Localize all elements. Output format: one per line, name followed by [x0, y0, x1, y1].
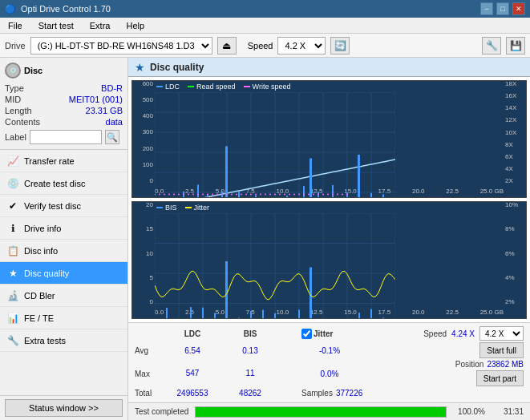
- disc-label-btn[interactable]: 🔍: [105, 130, 119, 144]
- svg-rect-27: [286, 196, 288, 198]
- transfer-rate-icon: 📈: [6, 155, 19, 168]
- samples-label: Samples: [301, 389, 333, 398]
- bis-chart-svg: [155, 213, 395, 319]
- fe-te-label: FE / TE: [24, 313, 54, 323]
- eject-button[interactable]: ⏏: [217, 37, 237, 55]
- disc-type-row: Type BD-R: [5, 83, 123, 93]
- drive-info-label: Drive info: [24, 224, 61, 233]
- sidebar-item-create-test-disc[interactable]: 💿Create test disc: [0, 172, 127, 195]
- minimize-button[interactable]: −: [480, 2, 493, 15]
- bis-yaxis-left: 20 15 10 5 0: [132, 202, 155, 305]
- stats-total-row: Total 2496553 48262 Samples 377226: [135, 388, 524, 398]
- stats-header-row: LDC BIS Jitter Speed 4.24 X 4.2 X: [135, 326, 524, 341]
- jitter-header: Jitter: [314, 329, 333, 338]
- content-area: ★ Disc quality LDC Read speed: [128, 58, 530, 420]
- svg-rect-36: [310, 159, 312, 199]
- svg-rect-35: [225, 147, 228, 199]
- sidebar-item-disc-quality[interactable]: ★Disc quality: [0, 262, 127, 285]
- disc-length-value: 23.31 GB: [86, 106, 123, 115]
- svg-point-59: [255, 194, 257, 196]
- ldc-chart-legend: LDC Read speed Write speed: [156, 83, 290, 91]
- avg-label: Avg: [135, 346, 148, 355]
- disc-info-label: Disc info: [24, 246, 58, 256]
- svg-point-46: [192, 194, 194, 196]
- close-button[interactable]: ✕: [512, 2, 525, 15]
- menu-item-file[interactable]: File: [3, 19, 27, 32]
- svg-rect-112: [370, 309, 372, 319]
- menu-item-extra[interactable]: Extra: [85, 19, 115, 32]
- status-window-button[interactable]: Status window >>: [5, 399, 123, 417]
- jitter-checkbox[interactable]: [301, 329, 312, 339]
- ldc-chart-svg: [155, 92, 395, 198]
- sidebar-item-extra-tests[interactable]: 🔧Extra tests: [0, 329, 127, 352]
- svg-point-54: [231, 194, 233, 196]
- disc-quality-icon: ★: [6, 267, 19, 280]
- disc-panel: 💿 Disc Type BD-R MID MEIT01 (001) Length…: [0, 58, 127, 150]
- svg-rect-103: [262, 310, 264, 319]
- svg-point-41: [168, 194, 170, 196]
- progress-time: 31:31: [492, 407, 524, 416]
- svg-point-52: [221, 194, 223, 196]
- disc-type-value: BD-R: [101, 83, 123, 93]
- drive-select[interactable]: (G:) HL-DT-ST BD-RE WH16NS48 1.D3: [30, 37, 212, 55]
- status-text: Test completed: [135, 407, 188, 416]
- verify-test-disc-icon: ✔: [6, 200, 19, 212]
- svg-point-72: [318, 194, 319, 196]
- disc-mid-row: MID MEIT01 (001): [5, 95, 123, 104]
- svg-rect-99: [214, 313, 216, 319]
- progress-bar-container: [195, 406, 447, 418]
- svg-point-56: [241, 194, 242, 196]
- titlebar-left: 🔵 Opti Drive Control 1.70: [5, 4, 111, 14]
- samples-value: 377226: [336, 389, 362, 398]
- maximize-button[interactable]: □: [496, 2, 509, 15]
- speed-select-stats[interactable]: 4.2 X: [479, 326, 524, 341]
- start-full-button[interactable]: Start full: [479, 342, 524, 358]
- svg-rect-106: [298, 309, 300, 319]
- jitter-checkbox-area: Jitter: [301, 329, 333, 339]
- sidebar-item-fe-te[interactable]: 📊FE / TE: [0, 307, 127, 329]
- speed-display-value: 4.24 X: [451, 329, 475, 338]
- menu-item-start-test[interactable]: Start test: [34, 19, 79, 32]
- read-speed-legend-label: Read speed: [196, 83, 236, 91]
- speed-select[interactable]: 4.2 X: [277, 37, 326, 55]
- svg-rect-111: [358, 313, 360, 319]
- sidebar-item-transfer-rate[interactable]: 📈Transfer rate: [0, 150, 127, 172]
- stats-max-row: Max 547 11 0.0% Position 23862 MB Start …: [135, 360, 524, 386]
- svg-rect-97: [190, 307, 192, 319]
- svg-point-69: [303, 194, 305, 196]
- create-test-disc-icon: 💿: [6, 177, 19, 190]
- total-label: Total: [135, 389, 152, 398]
- disc-header: 💿 Disc: [5, 63, 123, 79]
- disc-label-input[interactable]: [30, 130, 102, 144]
- svg-point-62: [269, 194, 271, 196]
- sidebar-item-cd-bler[interactable]: 🔬CD Bler: [0, 285, 127, 307]
- disc-section-title: Disc: [24, 66, 42, 75]
- svg-point-49: [207, 194, 208, 196]
- save-button[interactable]: 💾: [506, 37, 525, 55]
- refresh-button[interactable]: 🔄: [330, 37, 350, 55]
- disc-quality-title: Disc quality: [150, 62, 204, 73]
- settings-button[interactable]: 🔧: [482, 37, 501, 55]
- jitter-legend-label: Jitter: [194, 204, 210, 212]
- svg-rect-21: [197, 184, 199, 198]
- position-label: Position: [455, 360, 484, 369]
- disc-contents-row: Contents data: [5, 117, 123, 127]
- transfer-rate-label: Transfer rate: [24, 156, 75, 166]
- disc-label-row: Label 🔍: [5, 130, 123, 144]
- start-part-button[interactable]: Start part: [476, 370, 524, 386]
- fe-te-icon: 📊: [6, 312, 19, 325]
- sidebar-item-verify-test-disc[interactable]: ✔Verify test disc: [0, 195, 127, 217]
- svg-point-61: [265, 194, 266, 196]
- sidebar: 💿 Disc Type BD-R MID MEIT01 (001) Length…: [0, 58, 128, 420]
- svg-rect-25: [255, 196, 257, 198]
- menu-item-help[interactable]: Help: [121, 19, 149, 32]
- write-speed-legend-label: Write speed: [253, 83, 291, 91]
- sidebar-item-disc-info[interactable]: 📋Disc info: [0, 240, 127, 262]
- max-bis-value: 11: [245, 369, 254, 378]
- sidebar-item-drive-info[interactable]: ℹDrive info: [0, 217, 127, 240]
- progress-bar: [196, 407, 446, 417]
- svg-point-38: [155, 194, 156, 196]
- svg-point-45: [188, 194, 189, 196]
- bis-col-header: BIS: [226, 329, 274, 338]
- position-row: Position 23862 MB: [455, 360, 524, 369]
